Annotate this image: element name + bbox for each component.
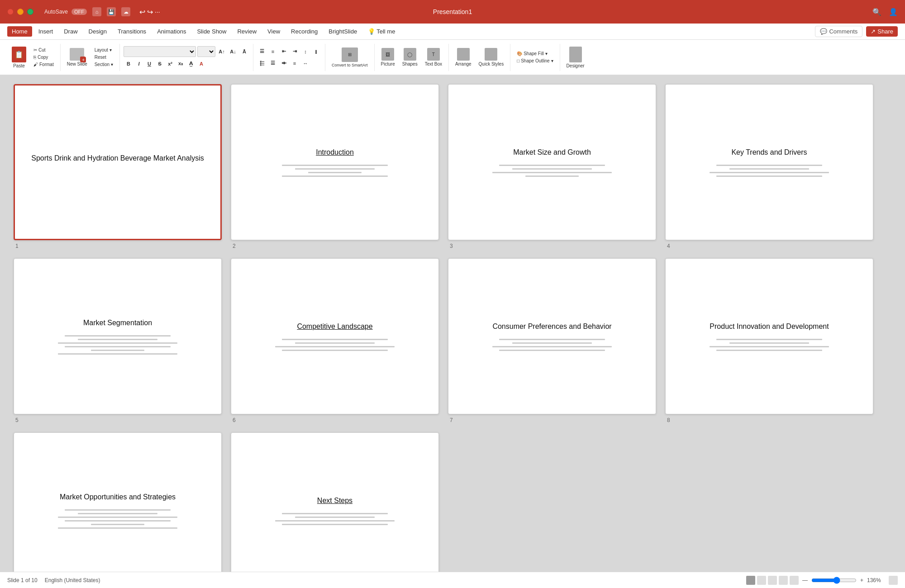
clear-format-button[interactable]: Ā [239, 47, 249, 57]
decrease-indent-button[interactable]: ⇤ [279, 47, 289, 57]
slide-line [716, 165, 822, 166]
zoom-slider[interactable] [811, 577, 857, 584]
search-icon[interactable]: 🔍 [872, 8, 881, 16]
window-controls[interactable] [7, 9, 33, 15]
slide-thumbnail-9[interactable]: Market Opportunities and Strategies [14, 432, 222, 572]
shapes-button[interactable]: ◯ Shapes [400, 45, 420, 70]
arrange-button[interactable]: Arrange [452, 45, 474, 70]
minimize-button[interactable] [17, 9, 24, 15]
slide-line [275, 520, 394, 522]
convert-to-smartart-button[interactable]: ⊞ Convert to SmartArt [329, 45, 371, 70]
underline-button[interactable]: U [144, 59, 154, 69]
menu-review[interactable]: Review [233, 26, 261, 37]
fit-slide-button[interactable] [889, 576, 898, 585]
paste-button[interactable]: 📋 Paste [9, 45, 29, 70]
undo-button[interactable]: ↩ [139, 8, 145, 16]
slide-thumbnail-6[interactable]: Competitive Landscape [231, 258, 439, 414]
slide-thumbnail-7[interactable]: Consumer Preferences and Behavior [448, 258, 656, 414]
menu-brightslide[interactable]: BrightSlide [324, 26, 362, 37]
picture-button[interactable]: 🖼 Picture [378, 45, 398, 70]
menu-recording[interactable]: Recording [286, 26, 322, 37]
share-button[interactable]: ↗ Share [866, 26, 898, 37]
slide-thumbnail-2[interactable]: Introduction [231, 84, 439, 240]
slide-line [282, 339, 388, 340]
justify-button[interactable]: ≡ [290, 58, 300, 68]
account-icon[interactable]: 👤 [889, 8, 898, 16]
font-family-select[interactable] [124, 46, 196, 57]
more-options-button[interactable]: ··· [155, 8, 160, 15]
bullet-list-button[interactable]: ☰ [257, 47, 267, 57]
slide-number-3: 3 [448, 243, 656, 249]
slide-thumbnail-8[interactable]: Product Innovation and Development [665, 258, 873, 414]
text-direction-button[interactable]: ↔ [300, 58, 310, 68]
decrease-font-button[interactable]: A↓ [228, 47, 238, 57]
menu-insert[interactable]: Insert [34, 26, 58, 37]
close-button[interactable] [7, 9, 14, 15]
columns-button[interactable]: ⫿ [311, 47, 321, 57]
normal-view-button[interactable] [746, 576, 755, 585]
menu-view[interactable]: View [263, 26, 285, 37]
slide-number-4: 4 [665, 243, 873, 249]
shape-fill-button[interactable]: 🎨 Shape Fill ▾ [514, 50, 556, 57]
language-info: English (United States) [45, 577, 100, 583]
font-color-button[interactable]: A [196, 59, 206, 69]
zoom-level[interactable]: 136% [867, 577, 885, 583]
slide-line [282, 175, 388, 177]
reading-view-button[interactable] [790, 576, 799, 585]
comments-button[interactable]: 💬 Comments [815, 26, 862, 37]
font-size-select[interactable] [197, 46, 215, 57]
italic-button[interactable]: I [134, 59, 144, 69]
shape-outline-button[interactable]: □ Shape Outline ▾ [514, 57, 556, 64]
increase-font-button[interactable]: A↑ [217, 47, 227, 57]
section-button[interactable]: Section ▾ [92, 61, 116, 68]
line-spacing-button[interactable]: ↕ [300, 47, 310, 57]
save-icon[interactable]: 💾 [107, 7, 116, 16]
superscript-button[interactable]: x² [165, 59, 175, 69]
autosave-status[interactable]: OFF [71, 9, 87, 15]
align-left-button[interactable]: ⬱ [257, 58, 267, 68]
paragraph-buttons: ☰ ≡ ⇤ ⇥ ↕ ⫿ ⬱ ☰ ⬲ ≡ ↔ [257, 47, 321, 68]
zoom-in-button[interactable]: + [860, 577, 863, 583]
grid-view-button[interactable] [757, 576, 766, 585]
subscript-button[interactable]: x₂ [176, 59, 186, 69]
slide-thumbnail-4[interactable]: Key Trends and Drivers [665, 84, 873, 240]
align-center-button[interactable]: ☰ [268, 58, 278, 68]
text-shadow-button[interactable]: A̲ [186, 59, 196, 69]
menu-transitions[interactable]: Transitions [113, 26, 151, 37]
copy-button[interactable]: ⎘ Copy [31, 54, 57, 61]
format-button[interactable]: 🖌 Format [31, 61, 57, 68]
cloud-icon[interactable]: ☁ [121, 7, 130, 16]
fill-icon: 🎨 [517, 51, 522, 56]
reset-button[interactable]: Reset [92, 54, 116, 61]
menu-animations[interactable]: Animations [152, 26, 191, 37]
cut-button[interactable]: ✂ Cut [31, 47, 57, 53]
layout-button[interactable]: Layout ▾ [92, 47, 116, 53]
menu-design[interactable]: Design [84, 26, 111, 37]
slide-line [295, 342, 375, 344]
new-slide-button[interactable]: + New Slide [64, 45, 90, 70]
zoom-out-button[interactable]: — [802, 577, 808, 583]
slide-thumbnail-3[interactable]: Market Size and Growth [448, 84, 656, 240]
notes-view-button[interactable] [779, 576, 788, 585]
home-icon[interactable]: ⌂ [92, 7, 101, 16]
slide-thumbnail-10[interactable]: Next Steps [231, 432, 439, 572]
align-right-button[interactable]: ⬲ [279, 58, 289, 68]
outline-view-button[interactable] [768, 576, 777, 585]
increase-indent-button[interactable]: ⇥ [290, 47, 300, 57]
designer-button[interactable]: Designer [564, 45, 587, 70]
quick-styles-button[interactable]: Quick Styles [476, 45, 507, 70]
maximize-button[interactable] [27, 9, 33, 15]
slide-thumbnail-1[interactable]: Sports Drink and Hydration Beverage Mark… [14, 84, 222, 240]
menu-draw[interactable]: Draw [59, 26, 82, 37]
numbered-list-button[interactable]: ≡ [268, 47, 278, 57]
menu-home[interactable]: Home [7, 26, 32, 37]
title-bar-right: 🔍 👤 [872, 8, 898, 16]
slide-thumbnail-5[interactable]: Market Segmentation [14, 258, 222, 414]
menu-tellme[interactable]: 💡 Tell me [363, 26, 400, 37]
redo-button[interactable]: ↪ [147, 8, 153, 16]
text-box-button[interactable]: T Text Box [422, 45, 445, 70]
strikethrough-button[interactable]: S [155, 59, 165, 69]
menu-slideshow[interactable]: Slide Show [192, 26, 231, 37]
bold-button[interactable]: B [124, 59, 133, 69]
quick-styles-icon [485, 48, 497, 61]
